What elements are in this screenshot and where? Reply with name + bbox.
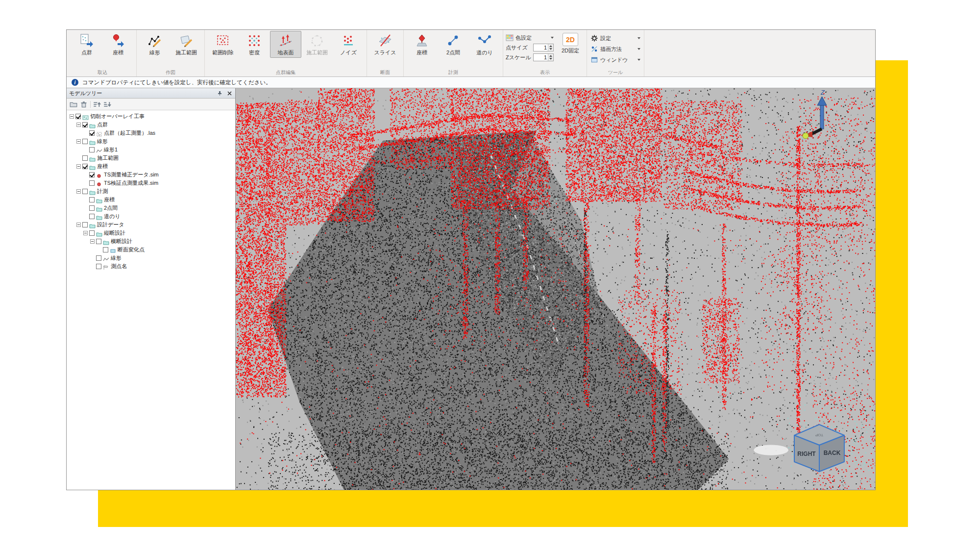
chevron-down-icon[interactable] (637, 59, 640, 61)
ribbon-button-area-draw[interactable]: 施工範囲 (171, 31, 202, 58)
tree-item[interactable]: 線形 (68, 137, 234, 146)
viewport-3d[interactable]: Z RIGHT BACK TOP (236, 88, 875, 490)
tree-item[interactable]: 座標 (68, 196, 234, 204)
tree-item[interactable]: TS検証点測量成果.sim (68, 179, 234, 187)
tools-menu-gear[interactable]: 設定 (589, 33, 641, 43)
tree-expander[interactable] (76, 223, 81, 227)
tree-item-label: 線形 (111, 254, 122, 262)
section-file-icon (110, 247, 116, 253)
tree-checkbox[interactable] (89, 180, 95, 186)
sort-down-icon[interactable] (103, 100, 111, 108)
ribbon-group-display: 色設定点サイズ1Zスケール12D2D固定表示 (503, 30, 587, 76)
delete-icon[interactable] (80, 100, 88, 108)
spinner-up-icon[interactable] (549, 55, 552, 57)
tree-item[interactable]: 測点名 (68, 262, 234, 271)
tree-checkbox[interactable] (82, 189, 88, 194)
folder-icon (96, 214, 102, 220)
ribbon-group-0: 点群座標取込 (69, 30, 137, 76)
tree-checkbox[interactable] (96, 255, 101, 261)
tree-item[interactable]: 設計データ (68, 221, 234, 229)
tree-checkbox[interactable] (82, 164, 88, 169)
close-icon[interactable] (226, 90, 233, 97)
tree-checkbox[interactable] (82, 155, 88, 161)
tree-item[interactable]: 切削オーバーレイ工事 (68, 112, 234, 121)
tree-item[interactable]: 2点間 (68, 204, 234, 212)
tree-checkbox[interactable] (82, 122, 88, 127)
spinner-down-icon[interactable] (549, 48, 552, 50)
view-cube[interactable]: RIGHT BACK TOP (790, 423, 848, 473)
palette-icon (506, 34, 514, 41)
tree-expander[interactable] (83, 231, 88, 235)
sort-up-icon[interactable] (93, 100, 101, 108)
tree-item[interactable]: 縦断設計 (68, 229, 234, 237)
ribbon-button-label: 地表面 (278, 49, 294, 56)
tree-item[interactable]: 施工範囲 (68, 154, 234, 162)
tree-expander[interactable] (76, 189, 81, 194)
tree-checkbox[interactable] (89, 230, 95, 236)
chevron-down-icon[interactable] (637, 37, 640, 39)
tree-checkbox[interactable] (96, 264, 101, 269)
spinner-up-icon[interactable] (549, 45, 552, 47)
point-size-input[interactable]: 1 (533, 44, 554, 51)
ribbon-button-alignment-draw[interactable]: 線形 (139, 31, 171, 58)
point-size-spinner[interactable] (548, 44, 553, 51)
chevron-down-icon[interactable] (637, 48, 640, 50)
gear-icon (590, 35, 598, 42)
tree-checkbox[interactable] (103, 247, 108, 252)
ribbon-button-noise[interactable]: ノイズ (333, 31, 364, 58)
tree-item[interactable]: 点群 (68, 121, 234, 129)
tree-item[interactable]: 断面変化点 (68, 246, 234, 254)
tree-checkbox[interactable] (82, 222, 88, 227)
tree-item[interactable]: 道のり (68, 212, 234, 221)
z-scale-input[interactable]: 1 (533, 53, 554, 61)
ribbon-button-coord-import[interactable]: 座標 (102, 31, 134, 58)
ribbon-button-label: 2点間 (446, 49, 460, 56)
chevron-down-icon[interactable] (551, 37, 554, 39)
tree-checkbox[interactable] (89, 214, 95, 219)
tree-item[interactable]: 点群（起工測量）.las (68, 129, 234, 137)
alignment-file-icon (96, 147, 102, 153)
spinner-down-icon[interactable] (549, 58, 552, 60)
z-scale-spinner[interactable] (548, 54, 553, 61)
tree-item-label: 切削オーバーレイ工事 (90, 113, 145, 120)
folder-icon[interactable] (70, 100, 77, 108)
ribbon-button-density[interactable]: 密度 (239, 31, 270, 58)
folder-icon (89, 164, 96, 170)
ribbon-button-coord-measure[interactable]: 座標 (406, 31, 438, 58)
tree-checkbox[interactable] (96, 239, 101, 244)
ribbon-button-fix-2d[interactable]: 2D2D固定 (557, 31, 584, 54)
app-window: 点群座標取込線形施工範囲作図範囲削除密度地表面施工範囲ノイズ点群編集スライス断面… (66, 29, 876, 490)
tree-checkbox[interactable] (89, 197, 95, 202)
ribbon-button-label: 施工範囲 (306, 49, 328, 56)
tree-checkbox[interactable] (75, 114, 81, 119)
ribbon-button-route[interactable]: 道のり (469, 31, 500, 58)
tree-item[interactable]: 座標 (68, 162, 234, 171)
tree-expander[interactable] (76, 139, 81, 144)
alignment-draw-icon (147, 33, 162, 48)
tree-expander[interactable] (76, 164, 81, 169)
ribbon-button-slice[interactable]: スライス (369, 31, 401, 58)
tree-item[interactable]: TS測量補正データ.sim (68, 171, 234, 179)
color-settings-row[interactable]: 色設定 (506, 33, 554, 42)
tree-item[interactable]: 線形 (68, 254, 234, 262)
tree-expander[interactable] (90, 239, 95, 244)
tree-expander[interactable] (76, 123, 81, 127)
point-cloud-canvas[interactable] (236, 88, 875, 490)
pin-icon[interactable] (217, 90, 223, 97)
ribbon-button-two-points[interactable]: 2点間 (438, 31, 469, 58)
ribbon-button-range-delete[interactable]: 範囲削除 (207, 31, 239, 58)
ribbon-button-ground-surface[interactable]: 地表面 (270, 31, 301, 58)
tree-item[interactable]: 計測 (68, 187, 234, 196)
ribbon-button-pointcloud-import[interactable]: 点群 (71, 31, 102, 58)
tools-menu-window[interactable]: ウィンドウ (589, 55, 641, 65)
tree-checkbox[interactable] (89, 205, 95, 211)
tree-expander[interactable] (70, 114, 74, 119)
tree-checkbox[interactable] (82, 139, 88, 144)
main-area: モデルツリー 切削オーバーレイ工事点群点群（起工測量）.las線形線形1施工範囲… (67, 88, 875, 490)
tree-item[interactable]: 横断設計 (68, 237, 234, 246)
tree-checkbox[interactable] (89, 172, 95, 177)
tree-checkbox[interactable] (89, 130, 95, 136)
tree-item[interactable]: 線形1 (68, 146, 234, 154)
tree-checkbox[interactable] (89, 147, 95, 152)
tools-menu-draw-method[interactable]: 描画方法 (589, 44, 641, 54)
